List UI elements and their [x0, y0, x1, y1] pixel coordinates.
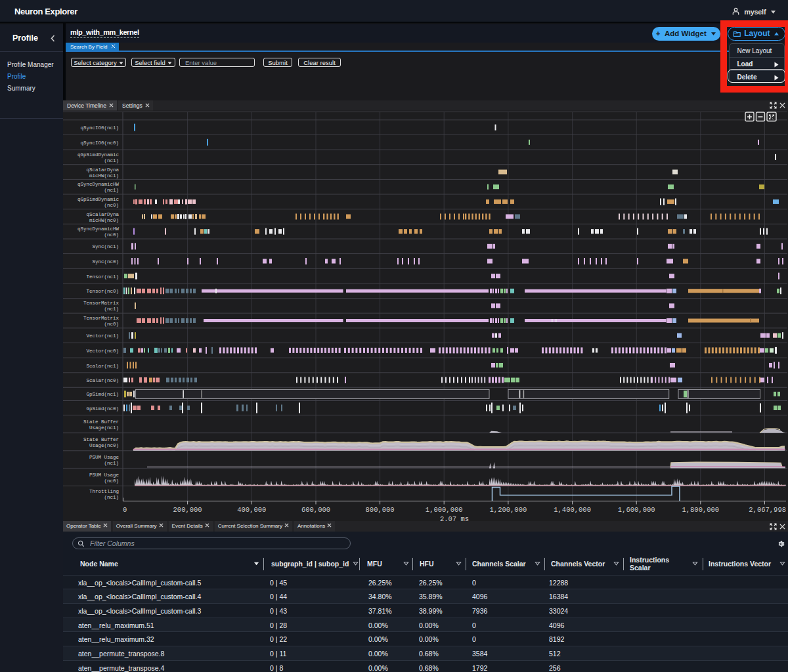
svg-text:micHW(nc0): micHW(nc0) [89, 218, 119, 223]
svg-text:micHW(nc1): micHW(nc1) [89, 173, 119, 178]
svg-text:800,000: 800,000 [366, 506, 395, 514]
svg-text:Usage(nc0): Usage(nc0) [89, 443, 119, 448]
svg-text:1,200,000: 1,200,000 [490, 506, 527, 514]
svg-text:qScalarDyna: qScalarDyna [86, 212, 119, 217]
svg-text:GpSimd(nc0): GpSimd(nc0) [86, 406, 119, 411]
svg-text:(nc1): (nc1) [104, 495, 119, 500]
svg-text:Sync(nc0): Sync(nc0) [92, 259, 119, 264]
svg-text:Scalar(nc0): Scalar(nc0) [86, 378, 119, 383]
svg-text:(nc1): (nc1) [104, 188, 119, 193]
svg-text:Throttling: Throttling [89, 489, 119, 494]
svg-text:(nc0): (nc0) [104, 203, 119, 208]
svg-text:Usage(nc1): Usage(nc1) [89, 425, 119, 430]
svg-text:400,000: 400,000 [237, 506, 266, 514]
svg-text:1,000,000: 1,000,000 [426, 506, 463, 514]
svg-text:GpSimd(nc1): GpSimd(nc1) [86, 392, 119, 397]
svg-text:qScalarDyna: qScalarDyna [86, 167, 119, 173]
svg-text:State Buffer: State Buffer [83, 437, 119, 442]
svg-text:(nc0): (nc0) [104, 232, 119, 238]
svg-text:(nc1): (nc1) [104, 306, 119, 312]
svg-text:PSUM Usage: PSUM Usage [89, 455, 119, 460]
svg-text:qGpSimdDynamic: qGpSimdDynamic [77, 152, 119, 158]
svg-text:Tensor(nc1): Tensor(nc1) [86, 274, 119, 280]
svg-text:(nc0): (nc0) [104, 478, 119, 484]
svg-text:State Buffer: State Buffer [83, 419, 119, 425]
svg-text:qSyncIO0(nc0): qSyncIO0(nc0) [80, 140, 119, 146]
svg-text:Tensor(nc0): Tensor(nc0) [86, 289, 119, 294]
svg-text:PSUM Usage: PSUM Usage [89, 472, 119, 478]
svg-text:TensorMatrix: TensorMatrix [83, 301, 120, 306]
svg-text:Vector(nc1): Vector(nc1) [86, 333, 119, 339]
svg-text:600,000: 600,000 [301, 506, 330, 514]
svg-text:200,000: 200,000 [173, 506, 202, 514]
svg-text:qGpSimdDynamic: qGpSimdDynamic [77, 197, 119, 202]
svg-text:qSyncDynamicHW: qSyncDynamicHW [77, 226, 120, 232]
svg-text:1,400,000: 1,400,000 [554, 506, 591, 514]
svg-text:qSyncDynamicHW: qSyncDynamicHW [77, 182, 120, 187]
svg-text:Scalar(nc1): Scalar(nc1) [86, 364, 119, 369]
svg-text:Vector(nc0): Vector(nc0) [86, 348, 119, 354]
svg-text:0: 0 [123, 506, 127, 514]
svg-text:(nc1): (nc1) [104, 158, 119, 163]
svg-text:Sync(nc1): Sync(nc1) [92, 244, 119, 249]
svg-text:(nc0): (nc0) [104, 322, 119, 327]
svg-text:qSyncIO0(nc1): qSyncIO0(nc1) [80, 125, 119, 131]
svg-text:1,600,000: 1,600,000 [618, 506, 655, 514]
svg-text:1,800,000: 1,800,000 [682, 506, 719, 514]
svg-text:TensorMatrix: TensorMatrix [83, 316, 120, 321]
svg-text:(nc1): (nc1) [104, 461, 119, 466]
svg-text:2,067,998: 2,067,998 [749, 506, 786, 514]
